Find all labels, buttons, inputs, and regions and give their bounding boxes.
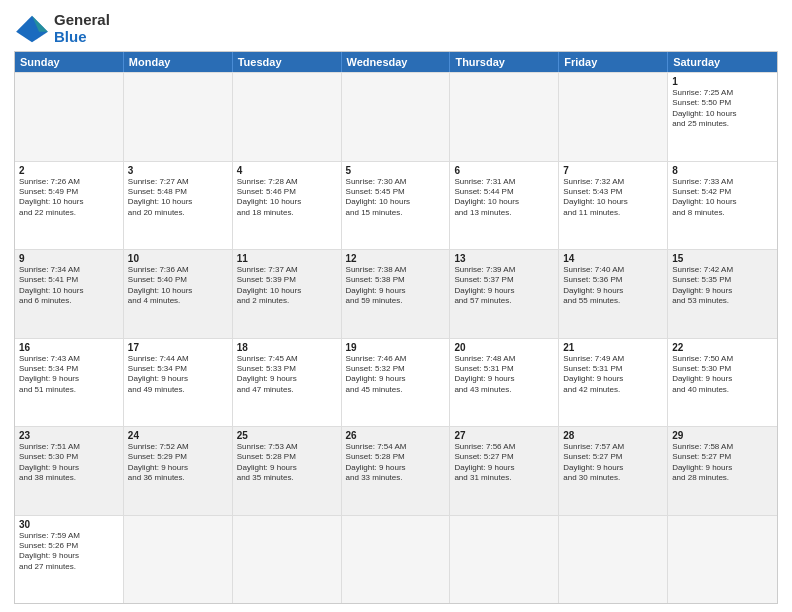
calendar-cell: 22Sunrise: 7:50 AM Sunset: 5:30 PM Dayli… bbox=[668, 339, 777, 427]
calendar-cell: 19Sunrise: 7:46 AM Sunset: 5:32 PM Dayli… bbox=[342, 339, 451, 427]
cell-daylight-info: Sunrise: 7:43 AM Sunset: 5:34 PM Dayligh… bbox=[19, 354, 119, 396]
cell-daylight-info: Sunrise: 7:50 AM Sunset: 5:30 PM Dayligh… bbox=[672, 354, 773, 396]
calendar-cell: 8Sunrise: 7:33 AM Sunset: 5:42 PM Daylig… bbox=[668, 162, 777, 250]
calendar-header: SundayMondayTuesdayWednesdayThursdayFrid… bbox=[15, 52, 777, 72]
calendar-cell: 9Sunrise: 7:34 AM Sunset: 5:41 PM Daylig… bbox=[15, 250, 124, 338]
cell-daylight-info: Sunrise: 7:42 AM Sunset: 5:35 PM Dayligh… bbox=[672, 265, 773, 307]
cell-daylight-info: Sunrise: 7:52 AM Sunset: 5:29 PM Dayligh… bbox=[128, 442, 228, 484]
weekday-header: Wednesday bbox=[342, 52, 451, 72]
calendar-cell: 29Sunrise: 7:58 AM Sunset: 5:27 PM Dayli… bbox=[668, 427, 777, 515]
calendar-cell bbox=[233, 73, 342, 161]
calendar-cell: 12Sunrise: 7:38 AM Sunset: 5:38 PM Dayli… bbox=[342, 250, 451, 338]
calendar-cell: 20Sunrise: 7:48 AM Sunset: 5:31 PM Dayli… bbox=[450, 339, 559, 427]
calendar-cell: 4Sunrise: 7:28 AM Sunset: 5:46 PM Daylig… bbox=[233, 162, 342, 250]
calendar-cell: 5Sunrise: 7:30 AM Sunset: 5:45 PM Daylig… bbox=[342, 162, 451, 250]
weekday-header: Tuesday bbox=[233, 52, 342, 72]
calendar-row: 16Sunrise: 7:43 AM Sunset: 5:34 PM Dayli… bbox=[15, 338, 777, 427]
day-number: 2 bbox=[19, 165, 119, 176]
day-number: 4 bbox=[237, 165, 337, 176]
day-number: 9 bbox=[19, 253, 119, 264]
calendar-cell: 6Sunrise: 7:31 AM Sunset: 5:44 PM Daylig… bbox=[450, 162, 559, 250]
day-number: 15 bbox=[672, 253, 773, 264]
day-number: 18 bbox=[237, 342, 337, 353]
cell-daylight-info: Sunrise: 7:40 AM Sunset: 5:36 PM Dayligh… bbox=[563, 265, 663, 307]
cell-daylight-info: Sunrise: 7:36 AM Sunset: 5:40 PM Dayligh… bbox=[128, 265, 228, 307]
calendar-cell: 27Sunrise: 7:56 AM Sunset: 5:27 PM Dayli… bbox=[450, 427, 559, 515]
calendar-cell bbox=[342, 516, 451, 604]
calendar-row: 1Sunrise: 7:25 AM Sunset: 5:50 PM Daylig… bbox=[15, 72, 777, 161]
cell-daylight-info: Sunrise: 7:53 AM Sunset: 5:28 PM Dayligh… bbox=[237, 442, 337, 484]
day-number: 27 bbox=[454, 430, 554, 441]
calendar-cell: 23Sunrise: 7:51 AM Sunset: 5:30 PM Dayli… bbox=[15, 427, 124, 515]
cell-daylight-info: Sunrise: 7:51 AM Sunset: 5:30 PM Dayligh… bbox=[19, 442, 119, 484]
weekday-header: Friday bbox=[559, 52, 668, 72]
calendar-row: 23Sunrise: 7:51 AM Sunset: 5:30 PM Dayli… bbox=[15, 426, 777, 515]
cell-daylight-info: Sunrise: 7:46 AM Sunset: 5:32 PM Dayligh… bbox=[346, 354, 446, 396]
day-number: 20 bbox=[454, 342, 554, 353]
day-number: 29 bbox=[672, 430, 773, 441]
cell-daylight-info: Sunrise: 7:58 AM Sunset: 5:27 PM Dayligh… bbox=[672, 442, 773, 484]
calendar-cell: 24Sunrise: 7:52 AM Sunset: 5:29 PM Dayli… bbox=[124, 427, 233, 515]
day-number: 13 bbox=[454, 253, 554, 264]
calendar-row: 9Sunrise: 7:34 AM Sunset: 5:41 PM Daylig… bbox=[15, 249, 777, 338]
day-number: 28 bbox=[563, 430, 663, 441]
day-number: 24 bbox=[128, 430, 228, 441]
cell-daylight-info: Sunrise: 7:59 AM Sunset: 5:26 PM Dayligh… bbox=[19, 531, 119, 573]
cell-daylight-info: Sunrise: 7:39 AM Sunset: 5:37 PM Dayligh… bbox=[454, 265, 554, 307]
day-number: 30 bbox=[19, 519, 119, 530]
cell-daylight-info: Sunrise: 7:57 AM Sunset: 5:27 PM Dayligh… bbox=[563, 442, 663, 484]
calendar-cell: 18Sunrise: 7:45 AM Sunset: 5:33 PM Dayli… bbox=[233, 339, 342, 427]
cell-daylight-info: Sunrise: 7:37 AM Sunset: 5:39 PM Dayligh… bbox=[237, 265, 337, 307]
calendar-cell: 11Sunrise: 7:37 AM Sunset: 5:39 PM Dayli… bbox=[233, 250, 342, 338]
cell-daylight-info: Sunrise: 7:56 AM Sunset: 5:27 PM Dayligh… bbox=[454, 442, 554, 484]
calendar-cell: 25Sunrise: 7:53 AM Sunset: 5:28 PM Dayli… bbox=[233, 427, 342, 515]
cell-daylight-info: Sunrise: 7:27 AM Sunset: 5:48 PM Dayligh… bbox=[128, 177, 228, 219]
cell-daylight-info: Sunrise: 7:31 AM Sunset: 5:44 PM Dayligh… bbox=[454, 177, 554, 219]
cell-daylight-info: Sunrise: 7:34 AM Sunset: 5:41 PM Dayligh… bbox=[19, 265, 119, 307]
day-number: 22 bbox=[672, 342, 773, 353]
cell-daylight-info: Sunrise: 7:54 AM Sunset: 5:28 PM Dayligh… bbox=[346, 442, 446, 484]
day-number: 8 bbox=[672, 165, 773, 176]
calendar-cell bbox=[559, 516, 668, 604]
day-number: 14 bbox=[563, 253, 663, 264]
day-number: 7 bbox=[563, 165, 663, 176]
calendar-cell: 2Sunrise: 7:26 AM Sunset: 5:49 PM Daylig… bbox=[15, 162, 124, 250]
calendar-cell bbox=[559, 73, 668, 161]
logo-text: General Blue bbox=[54, 12, 110, 45]
day-number: 21 bbox=[563, 342, 663, 353]
cell-daylight-info: Sunrise: 7:32 AM Sunset: 5:43 PM Dayligh… bbox=[563, 177, 663, 219]
cell-daylight-info: Sunrise: 7:28 AM Sunset: 5:46 PM Dayligh… bbox=[237, 177, 337, 219]
calendar-cell bbox=[668, 516, 777, 604]
day-number: 25 bbox=[237, 430, 337, 441]
day-number: 11 bbox=[237, 253, 337, 264]
calendar-cell: 15Sunrise: 7:42 AM Sunset: 5:35 PM Dayli… bbox=[668, 250, 777, 338]
calendar-cell bbox=[450, 516, 559, 604]
calendar-cell bbox=[124, 516, 233, 604]
calendar-cell: 10Sunrise: 7:36 AM Sunset: 5:40 PM Dayli… bbox=[124, 250, 233, 338]
calendar: SundayMondayTuesdayWednesdayThursdayFrid… bbox=[14, 51, 778, 604]
weekday-header: Saturday bbox=[668, 52, 777, 72]
calendar-cell: 17Sunrise: 7:44 AM Sunset: 5:34 PM Dayli… bbox=[124, 339, 233, 427]
day-number: 19 bbox=[346, 342, 446, 353]
weekday-header: Sunday bbox=[15, 52, 124, 72]
day-number: 26 bbox=[346, 430, 446, 441]
calendar-cell: 28Sunrise: 7:57 AM Sunset: 5:27 PM Dayli… bbox=[559, 427, 668, 515]
logo: General Blue bbox=[14, 12, 110, 45]
cell-daylight-info: Sunrise: 7:30 AM Sunset: 5:45 PM Dayligh… bbox=[346, 177, 446, 219]
header: General Blue bbox=[14, 12, 778, 45]
calendar-cell: 3Sunrise: 7:27 AM Sunset: 5:48 PM Daylig… bbox=[124, 162, 233, 250]
calendar-cell: 21Sunrise: 7:49 AM Sunset: 5:31 PM Dayli… bbox=[559, 339, 668, 427]
day-number: 17 bbox=[128, 342, 228, 353]
calendar-cell: 30Sunrise: 7:59 AM Sunset: 5:26 PM Dayli… bbox=[15, 516, 124, 604]
calendar-cell: 7Sunrise: 7:32 AM Sunset: 5:43 PM Daylig… bbox=[559, 162, 668, 250]
cell-daylight-info: Sunrise: 7:26 AM Sunset: 5:49 PM Dayligh… bbox=[19, 177, 119, 219]
day-number: 3 bbox=[128, 165, 228, 176]
calendar-cell: 13Sunrise: 7:39 AM Sunset: 5:37 PM Dayli… bbox=[450, 250, 559, 338]
logo-icon bbox=[14, 14, 50, 44]
calendar-cell bbox=[342, 73, 451, 161]
day-number: 1 bbox=[672, 76, 773, 87]
page: General Blue SundayMondayTuesdayWednesda… bbox=[0, 0, 792, 612]
day-number: 23 bbox=[19, 430, 119, 441]
calendar-cell bbox=[450, 73, 559, 161]
calendar-body: 1Sunrise: 7:25 AM Sunset: 5:50 PM Daylig… bbox=[15, 72, 777, 603]
